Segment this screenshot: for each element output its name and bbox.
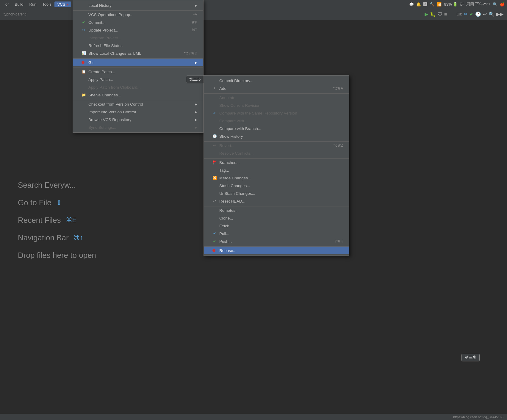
git-remotes[interactable]: Remotes... bbox=[204, 206, 349, 214]
compare-branch-label: Compare with Branch... bbox=[219, 126, 261, 131]
checkout-arrow: ▶ bbox=[195, 103, 197, 106]
menu-checkout[interactable]: Checkout from Version Control ▶ bbox=[73, 100, 203, 108]
clone-icon bbox=[212, 216, 217, 220]
merge-label: Merge Changes... bbox=[219, 176, 251, 180]
menu-shelve-changes[interactable]: 📁 Shelve Changes... bbox=[73, 91, 203, 99]
navigation-bar-item[interactable]: Navigation Bar ⌘↑ bbox=[18, 233, 96, 242]
commit-dir-label: Commit Directory... bbox=[219, 79, 254, 83]
git-reset-head[interactable]: ↩ Reset HEAD... bbox=[204, 197, 349, 205]
run-button[interactable]: ▶ bbox=[425, 11, 428, 17]
rebase-label: Rebase... bbox=[219, 248, 237, 253]
coverage-button[interactable]: 🛡 bbox=[438, 12, 442, 17]
git-pull[interactable]: ✔ Pull... bbox=[204, 230, 349, 237]
menu-git[interactable]: Git ▶ bbox=[73, 58, 203, 66]
menu-vcs-operations[interactable]: VCS Operations Popup... ^V bbox=[73, 10, 203, 18]
push-label: Push... bbox=[219, 239, 232, 244]
go-to-file-label: Go to File bbox=[18, 198, 51, 207]
vcs-ops-label: VCS Operations Popup... bbox=[88, 12, 134, 17]
git-show-history[interactable]: 🕐 Show History bbox=[204, 132, 349, 140]
search-icon[interactable]: 🔍 bbox=[493, 2, 497, 7]
tag-icon bbox=[212, 168, 217, 173]
remotes-icon bbox=[212, 208, 217, 213]
add-shortcut: ⌥⌘A bbox=[333, 86, 343, 90]
git-branches[interactable]: 🚩 Branches... bbox=[204, 158, 349, 166]
import-arrow: ▶ bbox=[195, 110, 197, 114]
git-tag[interactable]: Tag... bbox=[204, 166, 349, 174]
vcs-ops-shortcut: ^V bbox=[193, 12, 197, 17]
git-clone[interactable]: Clone... bbox=[204, 214, 349, 222]
battery-status: 83% 🔋 bbox=[444, 2, 458, 7]
push-shortcut: ⇧⌘K bbox=[334, 239, 343, 243]
menu-create-patch[interactable]: 📋 Create Patch... bbox=[73, 68, 203, 76]
menu-integrate-project: Integrate Project... bbox=[73, 34, 203, 42]
unstash-label: UnStash Changes... bbox=[219, 191, 255, 196]
recent-files-item[interactable]: Recent Files ⌘E bbox=[18, 216, 96, 225]
git-push[interactable]: ✔ Push... ⇧⌘K bbox=[204, 237, 349, 245]
navigation-bar-shortcut: ⌘↑ bbox=[73, 234, 83, 242]
menubar-run[interactable]: Run bbox=[26, 1, 39, 7]
git-compare-with: Compare with... bbox=[204, 117, 349, 125]
menu-browse-vcs[interactable]: Browse VCS Repository ▶ bbox=[73, 116, 203, 123]
local-history-icon bbox=[81, 3, 86, 8]
compare-icon bbox=[212, 118, 217, 123]
compare-label: Compare with... bbox=[219, 119, 248, 123]
commit-icon: ✔ bbox=[81, 20, 86, 25]
git-stash[interactable]: Stash Changes... bbox=[204, 182, 349, 189]
git-rebase[interactable]: Rebase... bbox=[204, 246, 349, 254]
recent-files-shortcut: ⌘E bbox=[66, 216, 77, 224]
git-push-icon[interactable]: ✏ bbox=[464, 11, 468, 17]
refresh-label: Refresh File Status bbox=[88, 43, 123, 48]
commit-dir-icon bbox=[212, 78, 217, 83]
menu-local-history[interactable]: Local History ▶ bbox=[73, 1, 203, 9]
drop-files-label: Drop files here to open bbox=[18, 251, 96, 260]
search-everywhere-item[interactable]: Search Everyw... bbox=[18, 181, 96, 190]
annotate-icon bbox=[212, 95, 217, 100]
statusbar-url: https://blog.csdn.net/qq_31445163 bbox=[453, 415, 503, 419]
add-label: Add bbox=[219, 86, 226, 91]
menu-apply-patch[interactable]: Apply Patch... bbox=[73, 76, 203, 83]
menu-import[interactable]: Import into Version Control ▶ bbox=[73, 108, 203, 116]
menubar-vcs[interactable]: VCS ● bbox=[54, 1, 71, 7]
update-icon: ↺ bbox=[81, 28, 86, 32]
go-to-file-item[interactable]: Go to File ⇧ bbox=[18, 198, 96, 207]
wechat-icon: 💬 bbox=[409, 2, 414, 7]
project-label: typhon-parent [ bbox=[4, 12, 28, 16]
revert-shortcut: ⌥⌘Z bbox=[333, 143, 343, 148]
hammer-icon: 🔨 bbox=[430, 2, 434, 7]
refresh-icon bbox=[81, 43, 86, 48]
remotes-label: Remotes... bbox=[219, 208, 239, 213]
menubar-build[interactable]: Build bbox=[12, 1, 26, 7]
browse-arrow: ▶ bbox=[195, 118, 197, 121]
git-revert: ↩ Revert... ⌥⌘Z bbox=[204, 141, 349, 149]
git-commit-directory[interactable]: Commit Directory... bbox=[204, 77, 349, 84]
menubar-tools[interactable]: Tools bbox=[39, 1, 54, 7]
menubar-or[interactable]: or bbox=[2, 1, 12, 7]
git-add[interactable]: + Add ⌥⌘A bbox=[204, 84, 349, 92]
local-history-label: Local History bbox=[88, 3, 112, 8]
git-compare-branch[interactable]: Compare with Branch... bbox=[204, 125, 349, 132]
menu-show-local-changes[interactable]: 📊 Show Local Changes as UML ⌥⇧⌘D bbox=[73, 49, 203, 57]
user-icon: 🅰 bbox=[423, 2, 427, 7]
stop-button[interactable]: ■ bbox=[444, 12, 447, 17]
git-merge-changes[interactable]: 🔀 Merge Changes... bbox=[204, 174, 349, 182]
update-label: Update Project... bbox=[88, 28, 118, 32]
debug-button[interactable]: 🐛 bbox=[430, 11, 436, 17]
git-revert-icon[interactable]: ↩ bbox=[483, 11, 487, 17]
reset-label: Reset HEAD... bbox=[219, 199, 245, 203]
run-config-icon[interactable]: ▶▶ bbox=[496, 11, 503, 17]
vcs-dropdown-menu: Local History ▶ VCS Operations Popup... … bbox=[73, 0, 204, 133]
step3-annotation: 第三步 bbox=[461, 354, 480, 361]
apply-patch-label: Apply Patch... bbox=[88, 77, 113, 82]
push-icon: ✔ bbox=[212, 239, 217, 244]
find-icon[interactable]: 🔍 bbox=[489, 11, 495, 17]
revert-label: Revert... bbox=[219, 143, 234, 148]
git-arrow-icon: ▶ bbox=[195, 61, 197, 64]
git-fetch[interactable]: Fetch bbox=[204, 222, 349, 230]
sync-icon bbox=[81, 125, 86, 130]
git-unstash[interactable]: UnStash Changes... bbox=[204, 189, 349, 197]
menu-update-project[interactable]: ↺ Update Project... ⌘T bbox=[73, 26, 203, 34]
git-commit-icon[interactable]: ✔ bbox=[470, 11, 473, 17]
git-history-icon[interactable]: 🕐 bbox=[475, 11, 481, 17]
menu-refresh-status[interactable]: Refresh File Status bbox=[73, 42, 203, 49]
menu-commit[interactable]: ✔ Commit... ⌘K bbox=[73, 18, 203, 26]
